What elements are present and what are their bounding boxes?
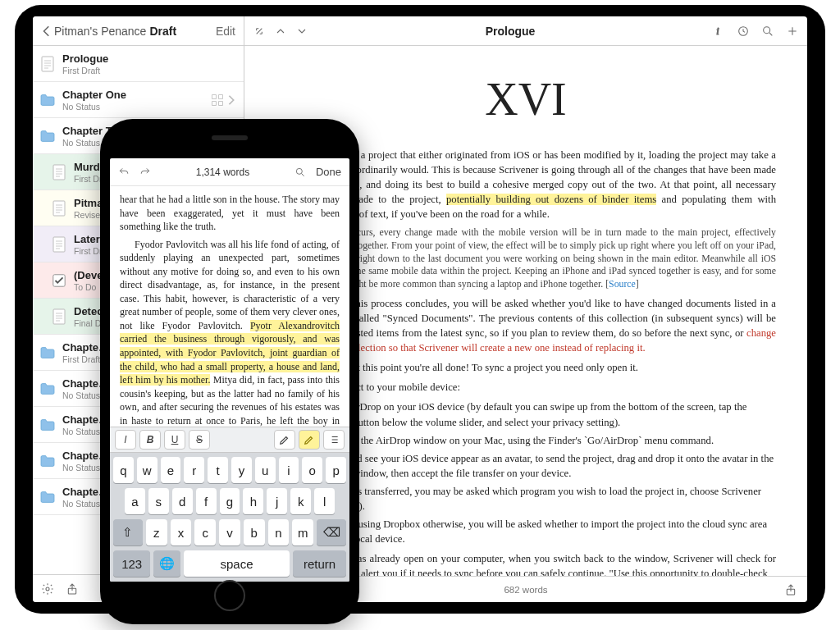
key-j[interactable]: j <box>267 488 287 514</box>
nav-controls <box>253 25 308 38</box>
history-icon[interactable] <box>737 25 750 38</box>
sidebar-header: Pitman's Penance Draft Edit <box>33 16 244 46</box>
key-g[interactable]: g <box>220 488 240 514</box>
search-icon[interactable] <box>294 167 306 178</box>
chevron-up-icon[interactable] <box>274 25 287 38</box>
folder-icon <box>39 345 56 361</box>
key-d[interactable]: d <box>172 488 193 514</box>
svg-rect-0 <box>42 57 53 71</box>
key-⇧[interactable]: ⇧ <box>113 519 143 546</box>
binder-item[interactable]: PrologueFirst Draft <box>33 46 244 82</box>
share-icon[interactable] <box>784 583 797 596</box>
pen-button[interactable] <box>274 430 295 450</box>
chevron-left-icon <box>41 25 52 37</box>
key-v[interactable]: v <box>219 519 240 546</box>
key-q[interactable]: q <box>113 457 134 483</box>
key-e[interactable]: e <box>161 457 181 483</box>
svg-rect-13 <box>53 309 65 324</box>
editor-tools: i <box>712 25 799 38</box>
key-b[interactable]: b <box>244 519 265 546</box>
folder-icon <box>39 489 56 505</box>
key-p[interactable]: p <box>326 457 346 483</box>
key-l[interactable]: l <box>314 488 335 514</box>
checkbox-icon <box>51 272 67 289</box>
format-bar: I B U S <box>110 427 349 453</box>
key-y[interactable]: y <box>231 457 252 483</box>
key-n[interactable]: n <box>268 519 290 546</box>
iphone-editor[interactable]: hear that he had a little son in the hou… <box>110 186 349 427</box>
svg-rect-3 <box>212 101 217 105</box>
key-space[interactable]: space <box>184 550 290 577</box>
key-c[interactable]: c <box>194 519 216 546</box>
svg-rect-2 <box>219 94 223 98</box>
key-123[interactable]: 123 <box>113 550 150 577</box>
share-icon[interactable] <box>66 582 79 596</box>
done-button[interactable]: Done <box>316 166 341 178</box>
item-status: No Status <box>62 102 211 112</box>
info-icon[interactable]: i <box>712 25 725 38</box>
key-k[interactable]: k <box>290 488 311 514</box>
chevron-down-icon[interactable] <box>295 25 308 38</box>
source-link[interactable]: Source <box>609 278 636 290</box>
svg-rect-11 <box>53 237 65 252</box>
key-u[interactable]: u <box>255 457 276 483</box>
add-icon[interactable] <box>786 25 799 38</box>
chevron-right-icon <box>227 94 235 106</box>
list-item: You should see your iOS device appear as… <box>312 451 776 481</box>
gear-icon[interactable] <box>41 582 54 596</box>
svg-point-38 <box>764 26 770 33</box>
search-icon[interactable] <box>761 25 774 38</box>
svg-text:i: i <box>716 25 719 37</box>
bold-italic-button[interactable]: B <box>139 430 161 450</box>
key-t[interactable]: t <box>208 457 228 483</box>
undo-icon[interactable] <box>118 167 130 178</box>
list-button[interactable] <box>323 430 345 450</box>
word-count: 682 words <box>504 585 547 595</box>
iphone-screen: 1,314 words Done hear that he had a litt… <box>110 158 349 582</box>
key-s[interactable]: s <box>148 488 169 514</box>
corkboard-icon[interactable] <box>211 94 224 107</box>
item-name: Prologue <box>62 52 235 65</box>
item-name: Chapter One <box>62 89 211 101</box>
key-o[interactable]: o <box>302 457 322 483</box>
key-🌐[interactable]: 🌐 <box>153 550 180 577</box>
ordered-list: Enable AirDrop on your iOS device (by de… <box>312 399 776 546</box>
key-⌫[interactable]: ⌫ <box>317 519 346 546</box>
italic-button[interactable]: I <box>115 430 136 450</box>
folder-icon <box>39 381 56 397</box>
svg-rect-9 <box>53 165 65 180</box>
highlighted-text: potentially building out dozens of binde… <box>446 194 656 205</box>
underline-button[interactable]: U <box>164 430 185 450</box>
expand-icon[interactable] <box>253 25 266 38</box>
document-icon <box>51 164 67 180</box>
iphone-device: 1,314 words Done hear that he had a litt… <box>100 119 359 624</box>
binder-item[interactable]: Chapter OneNo Status <box>33 82 244 118</box>
document-icon <box>51 200 67 217</box>
chapter-heading: XVI <box>276 67 776 133</box>
folder-icon <box>39 128 56 144</box>
edit-button[interactable]: Edit <box>216 25 235 38</box>
paragraph: hear that he had a little son in the hou… <box>120 193 340 234</box>
editor-header: Prologue i <box>244 16 807 46</box>
svg-point-40 <box>296 168 302 174</box>
svg-rect-4 <box>219 101 223 105</box>
back-button[interactable]: Pitman's Penance <box>41 25 146 38</box>
list-item: Enable AirDrop on your iOS device (by de… <box>312 399 776 429</box>
iphone-toolbar: 1,314 words Done <box>110 158 349 186</box>
key-i[interactable]: i <box>279 457 299 483</box>
key-h[interactable]: h <box>243 488 263 514</box>
highlight-button[interactable] <box>299 430 320 450</box>
strike-button[interactable]: S <box>189 430 210 450</box>
key-m[interactable]: m <box>292 519 313 546</box>
key-z[interactable]: z <box>146 519 167 546</box>
key-x[interactable]: x <box>171 519 192 546</box>
key-return[interactable]: return <box>293 550 346 577</box>
key-f[interactable]: f <box>196 488 217 514</box>
svg-point-34 <box>46 587 49 591</box>
key-w[interactable]: w <box>137 457 158 483</box>
key-a[interactable]: a <box>125 488 145 514</box>
folder-icon <box>39 453 56 469</box>
redo-icon[interactable] <box>139 167 151 178</box>
key-r[interactable]: r <box>184 457 204 483</box>
keyboard: qwertyuiop asdfghjkl ⇧zxcvbnm⌫ 123🌐space… <box>110 453 349 582</box>
